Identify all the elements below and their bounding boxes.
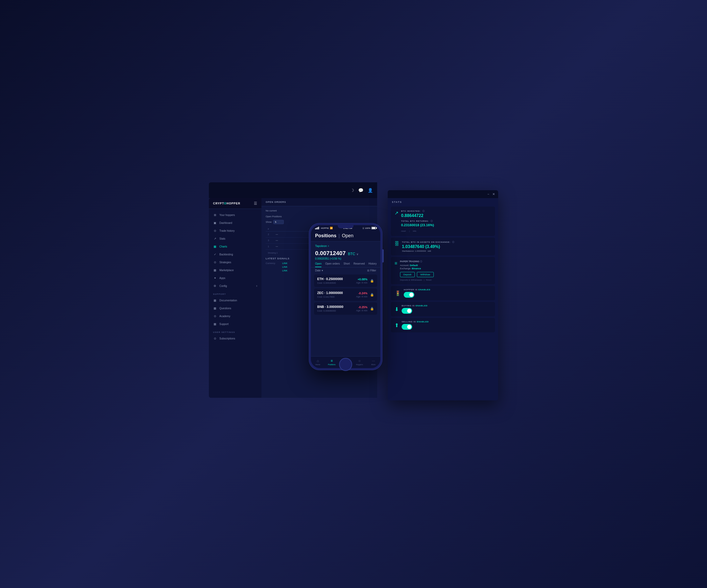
hopper-toggle-card: 🚦 HOPPER IS ENABLED — [391, 286, 495, 300]
tab-open-orders[interactable]: Open orders — [325, 262, 340, 267]
sidebar-item-config[interactable]: ⚙ Config — [209, 282, 262, 290]
sidebar-item-documentation[interactable]: ▦ Documentation — [209, 296, 262, 304]
total-btc-returns-label: TOTAL BTC RETURNS: ⓘ — [401, 220, 491, 223]
sidebar-item-apps[interactable]: ✦ Apps — [209, 274, 262, 282]
deposit-button[interactable]: Deposit — [400, 272, 415, 277]
reset-link-2[interactable]: Reset — [426, 279, 432, 281]
hoppers-icon: ○ — [359, 359, 361, 363]
phone-page-header: Positions | Open — [311, 231, 380, 242]
phone-nav-hoppers[interactable]: ○ Hoppers — [352, 359, 366, 365]
chat-icon[interactable]: 💬 — [358, 188, 364, 193]
phone-battery: ⌸ 100% — [363, 227, 376, 229]
selling-toggle-switch[interactable] — [402, 324, 412, 330]
hamburger-icon[interactable]: ☰ — [254, 201, 257, 206]
tab-reserved[interactable]: Reserved — [354, 262, 365, 267]
position-age-zec: Age: 8 min — [356, 295, 367, 298]
position-coin-eth: ETH · 0.25000000 — [317, 277, 356, 281]
scene: ☽ 💬 👤 CRYPTOHOPPER ☰ ⊞ Your hoppers ▣ Da… — [209, 182, 498, 406]
sidebar-item-stats[interactable]: ↗ Stats — [209, 234, 262, 243]
chevron-down-icon: ▾ — [322, 269, 323, 272]
selling-toggle-label: SELLING IS ENABLED — [402, 321, 491, 323]
phone-btc-amount: 0.00712407 — [315, 250, 346, 256]
carrier: HOPPIE 📶 — [315, 227, 333, 229]
position-card-eth: ETH · 0.25000000 Cost: 0.00530500 +0.08%… — [314, 274, 377, 287]
no-current-text: No current — [266, 210, 373, 212]
stats-title: STATS — [388, 198, 498, 205]
position-change-eth: +0.08% — [356, 278, 367, 281]
filter-icon: ⊟ — [367, 269, 369, 272]
phone-nav-more[interactable]: ··· More — [366, 359, 380, 365]
moon-icon[interactable]: ☽ — [350, 188, 354, 193]
open-positions-label: Open Positions — [266, 215, 373, 218]
paper-trading-card: ≡ PAPER TRADING ⓘ Account: Default Excha… — [391, 257, 495, 284]
phone-page-title: Positions — [315, 233, 336, 238]
position-cost-eth: Cost: 0.00530500 — [317, 282, 356, 284]
phone-nav-positions[interactable]: ≡ Positions — [325, 359, 339, 365]
position-coin-bnb: BNB · 3.00000000 — [317, 305, 356, 309]
sidebar-item-dashboard[interactable]: ▣ Dashboard — [209, 219, 262, 227]
sidebar-header: CRYPTOHOPPER ☰ — [209, 198, 262, 209]
sort-control[interactable]: Date ▾ — [315, 269, 323, 272]
reset-link[interactable]: reset — [401, 230, 406, 232]
phone-btc-value: 0.00712407 BTC ∨ 0.00020351 (+3.56 %) — [311, 249, 380, 260]
tab-short[interactable]: Short — [343, 262, 350, 267]
sidebar-item-academy[interactable]: ⊙ Academy — [209, 312, 262, 320]
info-icon-3: ⓘ — [452, 241, 454, 243]
info-icon: ⓘ — [423, 210, 425, 212]
withdraw-button[interactable]: Withdraw — [417, 272, 434, 277]
close-icon[interactable]: ✕ — [492, 192, 495, 196]
phone: HOPPIE 📶 9:41 AM ⌸ 100% Positions | Open — [309, 223, 382, 370]
paper-trading-icon: ≡ — [395, 261, 397, 266]
sidebar-item-your-hoppers[interactable]: ⊞ Your hoppers — [209, 211, 262, 219]
hopper-toggle-label: HOPPER IS ENABLED — [404, 289, 491, 291]
tab-history[interactable]: History — [369, 262, 377, 267]
more-icon: ··· — [372, 359, 375, 363]
position-age-eth: Age: 8 min — [356, 282, 367, 284]
hopper-toggle-switch[interactable] — [404, 292, 414, 298]
sidebar-item-subscriptions[interactable]: ⊙ Subscriptions — [209, 334, 262, 342]
minimize-icon[interactable]: − — [487, 192, 489, 196]
edit-link[interactable]: edit — [428, 250, 431, 252]
sidebar-item-support[interactable]: ▦ Support — [209, 320, 262, 328]
sidebar-item-backtesting[interactable]: ✓ Backtesting — [209, 250, 262, 258]
start-balance: Startbalance: 1.00000000 edit — [402, 250, 491, 252]
sidebar-item-strategies[interactable]: ⊙ Strategies — [209, 258, 262, 266]
sidebar-nav: ⊞ Your hoppers ▣ Dashboard ⊙ Trade histo… — [209, 209, 262, 344]
tab-open[interactable]: Open — [315, 262, 322, 267]
sidebar-item-marketplace[interactable]: ▦ Marketplace — [209, 266, 262, 274]
deposits-withdrawals-link[interactable]: Deposits & Withdrawals — [400, 279, 422, 281]
btc-assets-card: 🗄 TOTAL BTC IN ASSETS ON EXCHANGE: ⓘ 1.0… — [391, 237, 495, 255]
buying-toggle-card: ⬇ BUYING IS ENABLED — [391, 302, 495, 316]
info-icon-2: ⓘ — [431, 220, 433, 222]
stats-icon: ↗ — [213, 237, 217, 241]
marketplace-icon: ▦ — [213, 268, 217, 272]
position-coin-zec: ZEC · 1.00000000 — [317, 291, 356, 295]
sidebar-item-questions[interactable]: ▦ Questions — [209, 304, 262, 312]
btc-assets-label: TOTAL BTC IN ASSETS ON EXCHANGE: ⓘ — [402, 241, 491, 244]
phone-home-button[interactable] — [339, 358, 352, 371]
academy-icon: ⊙ — [213, 314, 217, 318]
paper-buttons: Deposit Withdraw — [400, 272, 491, 277]
position-change-bnb: -0.25% — [356, 305, 367, 309]
chevron-right-icon: › — [328, 244, 329, 248]
support-icon: ▦ — [213, 322, 217, 326]
desktop-sidebar: CRYPTOHOPPER ☰ ⊞ Your hoppers ▣ Dashboar… — [209, 198, 262, 398]
filter-button[interactable]: ⊟ Filter — [367, 269, 376, 272]
phone-nav-home[interactable]: ⌂ Home — [311, 359, 325, 365]
position-cost-zec: Cost: 0.0417800 — [317, 296, 356, 298]
home-icon: ⌂ — [317, 359, 319, 363]
sidebar-item-trade-history[interactable]: ⊙ Trade history — [209, 227, 262, 234]
phone-positions-list: ETH · 0.25000000 Cost: 0.00530500 +0.08%… — [311, 273, 380, 356]
buying-toggle-switch[interactable] — [402, 308, 412, 314]
user-icon[interactable]: 👤 — [368, 188, 373, 193]
btc-invested-label: BTC INVESTED: ⓘ — [401, 210, 491, 213]
phone-notch — [338, 225, 354, 228]
selling-toggle-card: ⬆ SELLING IS ENABLED — [391, 318, 495, 332]
info-link[interactable]: info — [413, 230, 416, 232]
phone-btc-unit: BTC ∨ — [348, 252, 359, 256]
sidebar-item-charts[interactable]: ▦ Charts — [209, 243, 262, 250]
position-change-zec: -0.24% — [356, 292, 367, 295]
stats-links: reset | info — [401, 228, 491, 233]
show-input[interactable] — [273, 220, 284, 224]
position-card-bnb: BNB · 3.00000000 Cost: 0.00696000 -0.25%… — [314, 302, 377, 315]
